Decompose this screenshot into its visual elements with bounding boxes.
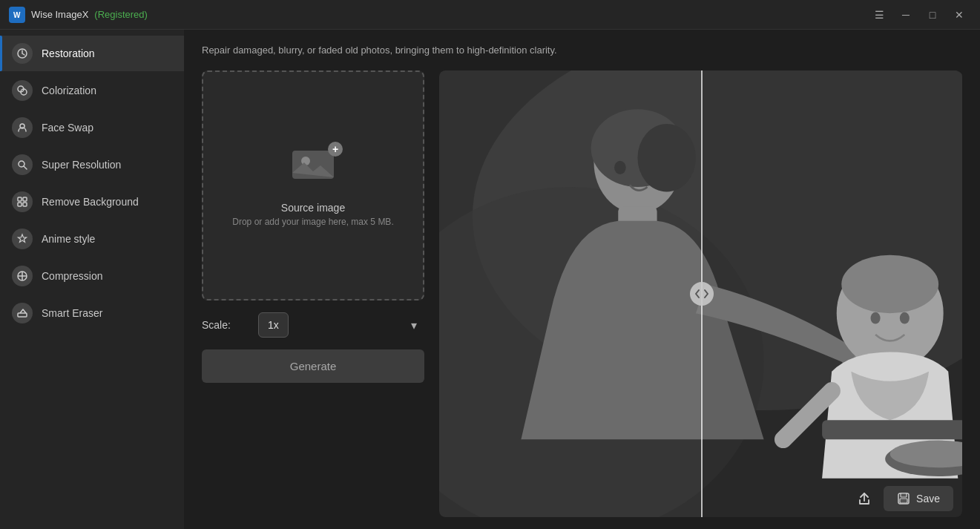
sidebar-compression-label: Compression [42, 270, 102, 282]
scale-select[interactable]: 1x 2x 4x [258, 312, 289, 338]
app-icon: W [9, 7, 25, 23]
face-swap-icon [12, 117, 33, 138]
close-button[interactable]: ✕ [947, 5, 971, 24]
generate-button[interactable]: Generate [202, 349, 424, 383]
titlebar-left: W Wise ImageX (Registered) [9, 7, 148, 23]
sidebar-remove-background-label: Remove Background [42, 196, 139, 208]
page-description: Repair damaged, blurry, or faded old pho… [202, 45, 962, 56]
upload-label: Source image [281, 202, 345, 214]
titlebar-controls: ☰ ─ □ ✕ [867, 5, 971, 24]
right-panel: Save [439, 70, 962, 517]
share-button[interactable] [852, 487, 876, 510]
restoration-icon [12, 43, 33, 64]
svg-rect-10 [18, 203, 22, 206]
sidebar-item-remove-background[interactable]: Remove Background [0, 184, 184, 220]
upload-plus-icon: + [328, 142, 343, 157]
upload-hint: Drop or add your image here, max 5 MB. [232, 217, 393, 227]
sidebar-item-colorization[interactable]: Colorization [0, 73, 184, 108]
svg-line-7 [24, 166, 27, 169]
maximize-button[interactable]: □ [921, 5, 944, 24]
left-panel: + Source image Drop or add your image he… [202, 70, 424, 517]
svg-rect-36 [439, 70, 701, 517]
titlebar: W Wise ImageX (Registered) ☰ ─ □ ✕ [0, 0, 980, 30]
sidebar-super-resolution-label: Super Resolution [42, 159, 121, 171]
save-button[interactable]: Save [884, 486, 953, 511]
svg-text:W: W [13, 11, 21, 19]
svg-rect-11 [23, 203, 27, 206]
smart-eraser-icon [12, 303, 33, 323]
slider-divider[interactable] [701, 70, 703, 517]
compression-icon [12, 266, 33, 286]
upload-icon-wrap: + [291, 145, 335, 190]
sidebar-item-restoration[interactable]: Restoration [0, 36, 184, 71]
svg-rect-9 [23, 197, 27, 201]
upload-area[interactable]: + Source image Drop or add your image he… [202, 70, 424, 300]
svg-rect-40 [901, 493, 907, 497]
svg-rect-8 [18, 197, 22, 201]
app-name: Wise ImageX [31, 9, 88, 20]
content-area: Repair damaged, blurry, or faded old pho… [184, 30, 980, 529]
scale-label: Scale: [202, 319, 246, 331]
sidebar-item-face-swap[interactable]: Face Swap [0, 110, 184, 145]
svg-rect-37 [701, 70, 963, 517]
scale-select-wrap: 1x 2x 4x [258, 312, 424, 338]
app-registered: (Registered) [94, 9, 148, 20]
sidebar-anime-style-label: Anime style [42, 233, 95, 245]
anime-style-icon [12, 229, 33, 249]
slider-handle[interactable] [690, 282, 714, 306]
save-label: Save [916, 493, 940, 505]
sidebar-colorization-label: Colorization [42, 85, 96, 96]
colorization-icon [12, 80, 33, 101]
scale-row: Scale: 1x 2x 4x [202, 312, 424, 338]
sidebar-smart-eraser-label: Smart Eraser [42, 307, 102, 319]
sidebar-item-super-resolution[interactable]: Super Resolution [0, 147, 184, 183]
sidebar-restoration-label: Restoration [42, 47, 95, 59]
sidebar: Restoration Colorization Face Swap [0, 30, 184, 529]
workspace: + Source image Drop or add your image he… [202, 70, 962, 517]
menu-button[interactable]: ☰ [867, 5, 891, 24]
sidebar-item-anime-style[interactable]: Anime style [0, 221, 184, 257]
sidebar-item-compression[interactable]: Compression [0, 258, 184, 294]
svg-rect-15 [18, 313, 27, 317]
main-layout: Restoration Colorization Face Swap [0, 30, 980, 529]
sidebar-face-swap-label: Face Swap [42, 122, 93, 134]
sidebar-item-smart-eraser[interactable]: Smart Eraser [0, 295, 184, 331]
preview-footer: Save [843, 480, 962, 517]
svg-rect-41 [900, 499, 907, 503]
super-resolution-icon [12, 154, 33, 175]
remove-background-icon [12, 191, 33, 212]
minimize-button[interactable]: ─ [894, 5, 918, 24]
